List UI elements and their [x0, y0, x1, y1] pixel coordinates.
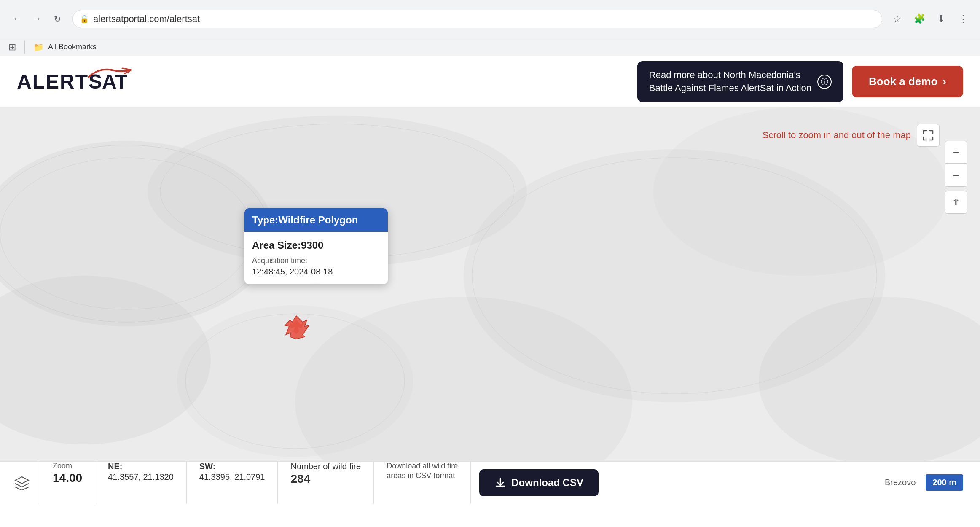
popup-body: Area Size:9300 Acquisition time: 12:48:4… [244, 232, 388, 284]
wildfire-count-section: Number of wild fire 284 [278, 462, 374, 503]
layers-button[interactable] [4, 462, 40, 503]
download-area-label-2: areas in CSV format [387, 471, 455, 480]
chrome-actions: ☆ 🧩 ⬇ ⋮ [889, 11, 972, 27]
status-bar: Zoom 14.00 NE: 41.3557, 21.1320 SW: 41.3… [0, 461, 980, 503]
popup-title: Type:Wildfire Polygon [244, 208, 388, 232]
logo-swoosh [86, 67, 133, 79]
grid-icon: ⊞ [8, 42, 16, 53]
layers-icon [14, 475, 30, 490]
download-area-label: Download all wild fire [387, 462, 458, 471]
popup-area: Area Size:9300 [252, 239, 380, 251]
news-text: Read more about North Macedonia'sBattle … [649, 69, 811, 95]
zoom-out-button[interactable]: − [945, 164, 967, 187]
refresh-button[interactable]: ↻ [49, 11, 66, 27]
area-label: Area Size: [252, 239, 301, 251]
fullscreen-button[interactable] [917, 124, 940, 147]
wildfire-count-label: Number of wild fire [290, 462, 361, 471]
wildfire-marker[interactable] [282, 314, 311, 343]
location-scale: Brezovo 200 m [885, 474, 980, 491]
ne-label: NE: [108, 462, 122, 471]
area-value: 9300 [301, 239, 323, 251]
sw-label: SW: [199, 462, 216, 471]
download-csv-label: Download CSV [511, 477, 583, 489]
acquisition-time: 12:48:45, 2024-08-18 [252, 267, 380, 277]
book-demo-button[interactable]: Book a demo › [852, 66, 963, 97]
bookmark-button[interactable]: ☆ [889, 11, 906, 27]
download-label-section: Download all wild fire areas in CSV form… [374, 462, 471, 503]
ne-coords: NE: 41.3557, 21.1320 [95, 462, 187, 503]
address-bar[interactable]: 🔒 alertsatportal.com/alertsat [72, 10, 882, 28]
bookmarks-bar: ⊞ 📁 All Bookmarks [0, 38, 980, 56]
download-icon [494, 477, 506, 489]
nav-buttons: ← → ↻ [8, 11, 66, 27]
security-icon: 🔒 [80, 14, 89, 24]
zoom-info: Zoom 14.00 [40, 462, 95, 503]
sw-coords: SW: 41.3395, 21.0791 [187, 462, 278, 503]
zoom-value: 14.00 [53, 471, 82, 485]
scroll-hint-container: Scroll to zoom in and out of the map [763, 124, 940, 147]
back-button[interactable]: ← [8, 11, 25, 27]
location-label: Brezovo [885, 478, 920, 487]
map-controls: + − ⇧ [945, 141, 967, 214]
fullscreen-icon [923, 130, 934, 141]
scale-indicator: 200 m [926, 474, 963, 491]
book-demo-label: Book a demo [869, 75, 937, 88]
zoom-label: Zoom [53, 462, 72, 471]
page-header: ALERT SAT Read more about North Macedoni… [0, 56, 980, 107]
topo-map [0, 107, 980, 503]
map-container[interactable]: Scroll to zoom in and out of the map + −… [0, 107, 980, 503]
news-banner[interactable]: Read more about North Macedonia'sBattle … [637, 61, 843, 102]
header-right: Read more about North Macedonia'sBattle … [637, 61, 963, 102]
map-background [0, 107, 980, 503]
book-demo-arrow: › [942, 75, 946, 88]
bookmarks-label: All Bookmarks [48, 43, 97, 51]
zoom-in-button[interactable]: + [945, 141, 967, 164]
bookmark-folder-icon: 📁 [33, 42, 44, 52]
forward-button[interactable]: → [29, 11, 46, 27]
logo-text: ALERT [17, 70, 89, 93]
wildfire-count: 284 [290, 472, 310, 486]
sw-value: 41.3395, 21.0791 [199, 472, 265, 482]
download-csv-button[interactable]: Download CSV [479, 469, 599, 496]
browser-chrome: ← → ↻ 🔒 alertsatportal.com/alertsat ☆ 🧩 … [0, 0, 980, 38]
info-icon: ⓘ [817, 75, 832, 89]
logo: ALERT SAT [17, 70, 127, 93]
north-button[interactable]: ⇧ [945, 191, 967, 214]
scroll-hint-text: Scroll to zoom in and out of the map [763, 130, 911, 141]
acquisition-label: Acquisition time: [252, 256, 380, 265]
extensions-button[interactable]: 🧩 [911, 11, 928, 27]
menu-button[interactable]: ⋮ [955, 11, 972, 27]
wildfire-popup: Type:Wildfire Polygon Area Size:9300 Acq… [244, 208, 388, 284]
url-text: alertsatportal.com/alertsat [93, 13, 200, 24]
fire-polygon-icon [282, 314, 311, 341]
ne-value: 41.3557, 21.1320 [108, 472, 174, 482]
download-button[interactable]: ⬇ [933, 11, 950, 27]
